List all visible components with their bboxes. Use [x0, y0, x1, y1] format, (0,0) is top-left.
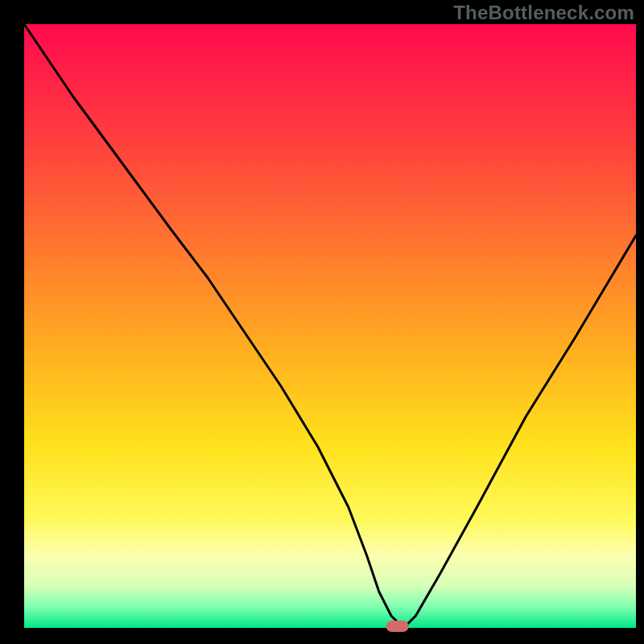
- optimal-marker: [386, 621, 409, 632]
- bottleneck-chart: [0, 0, 644, 644]
- chart-frame: TheBottleneck.com: [0, 0, 644, 644]
- plot-background: [24, 24, 636, 628]
